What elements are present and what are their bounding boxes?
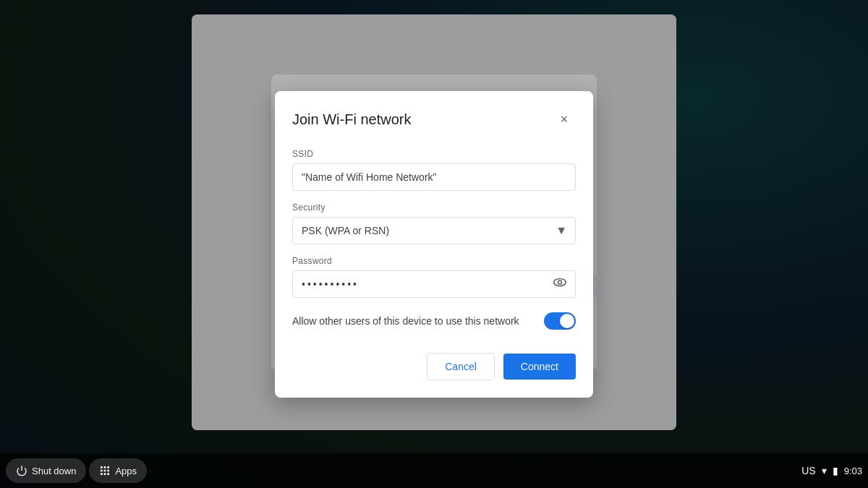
shutdown-button[interactable]: Shut down [6,458,86,483]
svg-rect-8 [108,470,110,472]
password-label: Password [292,256,576,266]
toggle-thumb [560,314,574,328]
cancel-button[interactable]: Cancel [427,353,495,380]
battery-icon: ▮ [833,465,838,476]
password-input[interactable] [292,270,576,298]
power-icon [16,465,27,476]
svg-point-0 [554,278,566,286]
svg-rect-11 [108,473,110,475]
shutdown-label: Shut down [32,466,76,476]
security-label: Security [292,202,576,213]
dialog-title: Join Wi-Fi network [292,111,411,128]
taskbar-right[interactable]: US ▾ ▮ 9:03 [801,465,862,476]
security-select-wrapper: None WEP PSK (WPA or RSN) EAP (WPA or WP… [292,217,576,244]
svg-rect-9 [101,473,103,475]
svg-rect-4 [104,466,106,468]
ssid-label: SSID [292,149,576,159]
time-display: 9:03 [844,466,862,476]
show-password-button[interactable] [551,273,569,294]
ssid-input[interactable] [292,163,576,191]
apps-icon [99,465,111,476]
svg-rect-5 [108,466,110,468]
wifi-icon: ▾ [822,465,827,476]
eye-icon [553,275,567,289]
taskbar: Shut down Apps US ▾ ▮ 9:03 [0,453,868,488]
svg-rect-3 [101,466,103,468]
region-label: US [801,465,815,476]
apps-button[interactable]: Apps [89,458,147,483]
password-field-group: Password [292,256,576,298]
close-button[interactable]: × [553,108,576,132]
allow-others-toggle[interactable] [544,312,576,330]
security-field-group: Security None WEP PSK (WPA or RSN) EAP (… [292,202,576,244]
dialog-header: Join Wi-Fi network × [292,108,576,132]
password-wrapper [292,270,576,298]
svg-rect-10 [104,473,106,475]
connect-button[interactable]: Connect [503,354,576,380]
allow-others-row: Allow other users of this device to use … [292,312,576,330]
apps-label: Apps [115,466,137,476]
dialog-footer: Cancel Connect [292,353,576,380]
toggle-label: Allow other users of this device to use … [292,315,519,327]
ssid-field-group: SSID [292,149,576,191]
modal-overlay: Join Wi-Fi network × SSID Security None … [0,0,868,488]
svg-rect-6 [101,470,103,472]
taskbar-left: Shut down Apps [6,458,147,483]
security-select[interactable]: None WEP PSK (WPA or RSN) EAP (WPA or WP… [292,217,576,244]
svg-point-1 [558,281,562,284]
wifi-dialog: Join Wi-Fi network × SSID Security None … [275,91,593,398]
svg-rect-7 [104,470,106,472]
